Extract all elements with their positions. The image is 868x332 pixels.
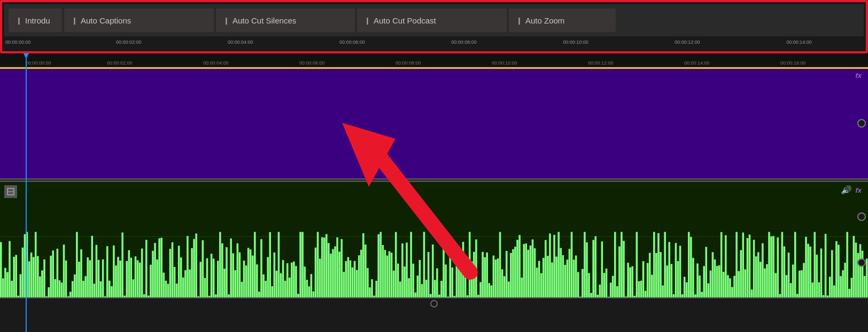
tab-bar: ❙ Introdu ❙ Auto Captions ❙ Auto Cut Sil… (4, 4, 864, 36)
tab-zoom-label: Auto Zoom (525, 16, 564, 25)
audio-track-header (4, 185, 17, 198)
video-track: fx (0, 67, 868, 179)
speaker-icon: 🔊 (841, 185, 851, 195)
waveform-container (0, 204, 868, 297)
audio-track: 🔊 fx 1 (0, 181, 868, 298)
yellow-timeline-line (0, 67, 868, 69)
tab-zoom-icon: ❙ (516, 17, 522, 25)
tab-auto-zoom[interactable]: ❙ Auto Zoom (509, 9, 616, 32)
bottom-scrollbar[interactable] (0, 298, 868, 309)
ruler-tick-3: 00:00:06:00 (299, 60, 325, 66)
timecode-7: 00:00:14:00 (786, 39, 812, 45)
playhead[interactable] (26, 53, 27, 332)
ruler-tick-0: 00:00:00:00 (26, 60, 51, 66)
timecode-2: 00:00:04:00 (228, 39, 253, 45)
timecode-bar: 00:00:00:00 00:00:02:00 00:00:04:00 00:0… (4, 38, 864, 51)
audio-track-handle-top[interactable] (857, 212, 866, 221)
ruler-tick-5: 00:00:10:00 (492, 60, 517, 66)
audio-clip-icon (4, 185, 17, 198)
ruler-tick-8: 00:00:16:00 (780, 60, 806, 66)
ruler-tick-2: 00:00:04:00 (203, 60, 229, 66)
waveform-canvas (0, 204, 868, 297)
ruler-tick-7: 00:00:14:00 (684, 60, 710, 66)
timecode-6: 00:00:12:00 (675, 39, 700, 45)
ruler-tick-1: 00:00:02:00 (107, 60, 133, 66)
scroll-handle[interactable] (430, 300, 438, 307)
video-fx-label: fx (855, 72, 862, 80)
audio-track-handle-bottom[interactable] (857, 258, 866, 267)
tab-auto-cut-podcast[interactable]: ❙ Auto Cut Podcast (357, 9, 507, 32)
ruler: 00:00:00:00 00:00:02:00 00:00:04:00 00:0… (0, 53, 868, 67)
timecode-3: 00:00:06:00 (339, 39, 365, 45)
tab-captions-label: Auto Captions (81, 16, 131, 25)
tab-silences-icon: ❙ (223, 17, 229, 25)
playhead-triangle (24, 53, 29, 59)
ruler-tick-6: 00:00:12:00 (588, 60, 614, 66)
tab-intro-label: Introdu (25, 16, 50, 25)
video-track-handle[interactable] (857, 119, 866, 128)
tab-captions-icon: ❙ (72, 17, 78, 25)
tab-podcast-icon: ❙ (365, 17, 370, 25)
tab-auto-cut-silences[interactable]: ❙ Auto Cut Silences (216, 9, 355, 32)
tab-podcast-label: Auto Cut Podcast (374, 16, 436, 25)
tab-silences-label: Auto Cut Silences (232, 16, 296, 25)
tab-auto-captions[interactable]: ❙ Auto Captions (64, 9, 214, 32)
tab-intro[interactable]: ❙ Introdu (9, 9, 62, 32)
timecode-0: 00:00:00:00 (5, 39, 31, 45)
timecode-1: 00:00:02:00 (116, 39, 142, 45)
audio-fx-label-text: fx (855, 186, 862, 194)
tab-bar-container: ❙ Introdu ❙ Auto Captions ❙ Auto Cut Sil… (0, 0, 868, 53)
tab-intro-icon: ❙ (16, 17, 22, 25)
ruler-tick-4: 00:00:08:00 (396, 60, 421, 66)
timeline-area: 00:00:00:00 00:00:02:00 00:00:04:00 00:0… (0, 53, 868, 332)
timecode-5: 00:00:10:00 (563, 39, 588, 45)
timecode-4: 00:00:08:00 (451, 39, 477, 45)
audio-track-controls: 🔊 fx (841, 185, 862, 195)
